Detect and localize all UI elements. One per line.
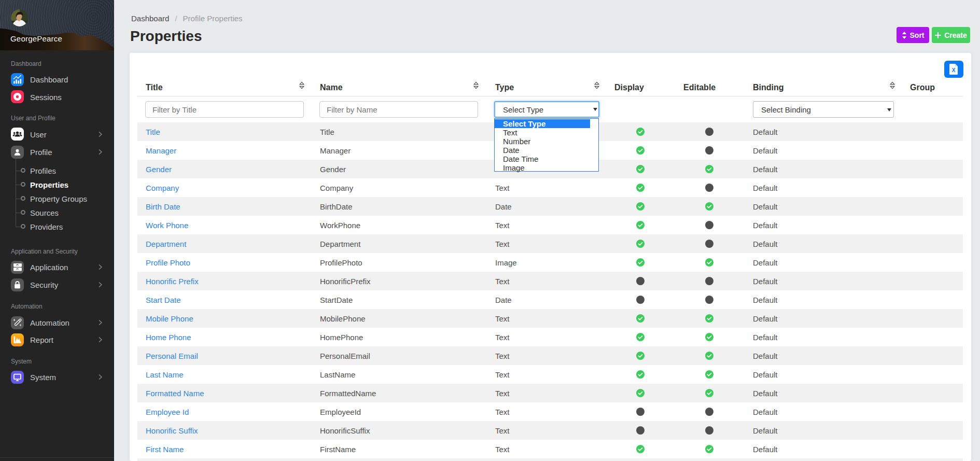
- svg-text:X: X: [952, 67, 956, 73]
